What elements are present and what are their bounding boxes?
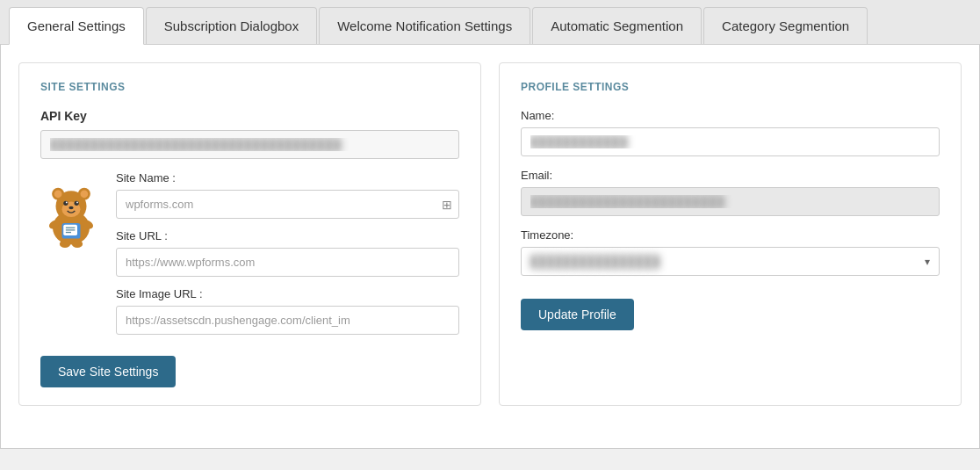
- site-settings-panel: SITE SETTINGS API Key: [18, 62, 481, 406]
- profile-settings-panel: PROFILE SETTINGS Name: Email: Timezone: …: [499, 62, 962, 406]
- site-name-label: Site Name :: [116, 171, 459, 184]
- name-field-group: Name:: [521, 109, 940, 156]
- svg-point-10: [76, 202, 78, 204]
- tab-bar: General Settings Subscription Dialogbox …: [0, 0, 980, 45]
- site-info-row: Site Name : ⊞ Site URL : Site Image URL …: [40, 171, 459, 345]
- site-name-input-wrapper: ⊞: [116, 190, 459, 219]
- copy-icon[interactable]: ⊞: [442, 198, 452, 212]
- chevron-down-icon: ▾: [925, 256, 930, 268]
- site-name-field-group: Site Name : ⊞: [116, 171, 459, 219]
- timezone-label: Timezone:: [521, 228, 940, 242]
- site-fields: Site Name : ⊞ Site URL : Site Image URL …: [116, 171, 459, 345]
- main-content: SITE SETTINGS API Key: [0, 45, 980, 449]
- api-key-label: API Key: [40, 109, 459, 123]
- api-key-input[interactable]: [40, 130, 459, 159]
- timezone-value: ████████████████: [530, 255, 925, 268]
- site-image-input[interactable]: [116, 306, 459, 335]
- svg-point-7: [63, 201, 68, 206]
- site-settings-title: SITE SETTINGS: [40, 81, 459, 93]
- svg-point-11: [68, 206, 73, 210]
- timezone-select[interactable]: ████████████████ ▾: [521, 247, 940, 276]
- two-panel-layout: SITE SETTINGS API Key: [18, 62, 962, 406]
- name-input[interactable]: [521, 127, 940, 156]
- svg-point-19: [60, 240, 70, 248]
- svg-point-5: [81, 190, 89, 198]
- site-url-input[interactable]: [116, 248, 459, 277]
- email-input[interactable]: [521, 187, 940, 216]
- save-site-settings-button[interactable]: Save Site Settings: [40, 356, 176, 387]
- svg-point-8: [75, 201, 79, 206]
- tab-subscription-dialogbox[interactable]: Subscription Dialogbox: [146, 7, 317, 44]
- name-label: Name:: [521, 109, 940, 122]
- site-url-label: Site URL :: [116, 229, 459, 242]
- timezone-field-group: Timezone: ████████████████ ▾: [521, 228, 940, 276]
- site-image-label: Site Image URL :: [116, 287, 459, 300]
- svg-point-3: [54, 190, 62, 198]
- site-name-input[interactable]: [116, 190, 459, 219]
- svg-point-9: [66, 202, 68, 204]
- bear-mascot: [40, 180, 102, 252]
- profile-settings-title: PROFILE SETTINGS: [521, 81, 940, 93]
- profile-fields: Name: Email: Timezone: ████████████████ …: [521, 109, 940, 276]
- update-profile-button[interactable]: Update Profile: [521, 299, 634, 330]
- tab-category-segmention[interactable]: Category Segmention: [703, 7, 868, 44]
- tab-automatic-segmention[interactable]: Automatic Segmention: [532, 7, 702, 44]
- svg-point-20: [72, 240, 83, 248]
- email-field-group: Email:: [521, 169, 940, 216]
- site-image-field-group: Site Image URL :: [116, 287, 459, 335]
- tab-welcome-notification[interactable]: Welcome Notification Settings: [319, 7, 530, 44]
- email-label: Email:: [521, 169, 940, 182]
- site-url-field-group: Site URL :: [116, 229, 459, 277]
- tab-general-settings[interactable]: General Settings: [9, 7, 144, 45]
